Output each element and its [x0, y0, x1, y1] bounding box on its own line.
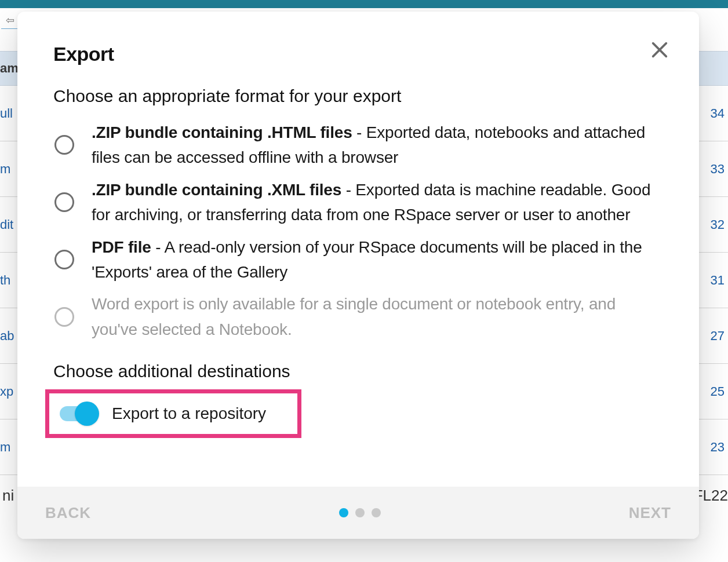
export-dialog: Export Choose an appropriate format for … — [17, 12, 699, 539]
step-dot-3[interactable] — [372, 508, 381, 517]
back-button[interactable]: BACK — [45, 504, 91, 522]
radio-zip-xml[interactable] — [54, 192, 74, 212]
option-zip-xml[interactable]: .ZIP bundle containing .XML files - Expo… — [53, 174, 663, 231]
close-button[interactable] — [646, 36, 674, 64]
option-word-disabled: Word export is only available for a sing… — [53, 288, 663, 345]
dialog-title: Export — [53, 43, 663, 65]
option-pdf[interactable]: PDF file - A read-only version of your R… — [53, 231, 663, 289]
option-zip-html[interactable]: .ZIP bundle containing .HTML files - Exp… — [53, 116, 663, 174]
table-header-label: am — [0, 61, 19, 76]
next-button[interactable]: NEXT — [629, 504, 671, 522]
repository-toggle-label: Export to a repository — [112, 404, 266, 423]
app-topbar — [0, 0, 728, 8]
step-dot-2[interactable] — [355, 508, 365, 517]
back-arrow-icon[interactable]: ⇦ — [1, 12, 19, 29]
option-label: .ZIP bundle containing .XML files - Expo… — [92, 177, 663, 228]
option-label: Word export is only available for a sing… — [92, 291, 663, 342]
option-label: .ZIP bundle containing .HTML files - Exp… — [92, 120, 663, 170]
format-options: .ZIP bundle containing .HTML files - Exp… — [53, 116, 663, 345]
option-label: PDF file - A read-only version of your R… — [92, 235, 663, 285]
step-dot-1[interactable] — [339, 508, 348, 517]
dialog-body: Export Choose an appropriate format for … — [17, 12, 699, 487]
repository-toggle[interactable] — [60, 402, 99, 426]
dialog-footer: BACK NEXT — [17, 487, 699, 539]
radio-word — [54, 307, 74, 327]
repository-toggle-highlight: Export to a repository — [45, 389, 301, 438]
close-icon — [650, 40, 669, 60]
radio-zip-html[interactable] — [54, 135, 74, 155]
step-indicator — [339, 508, 381, 517]
switch-thumb — [75, 402, 99, 426]
format-subtitle: Choose an appropriate format for your ex… — [53, 86, 663, 106]
destinations-subtitle: Choose additional destinations — [53, 362, 663, 381]
radio-pdf[interactable] — [54, 250, 74, 269]
